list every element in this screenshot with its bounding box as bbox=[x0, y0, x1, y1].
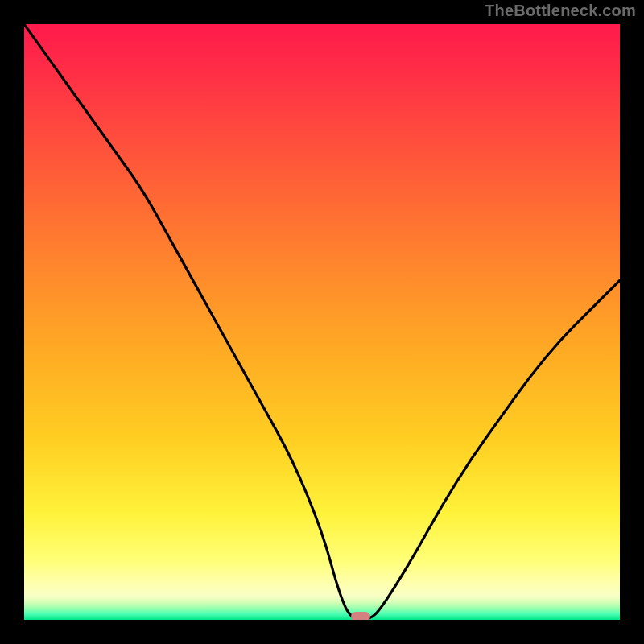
chart-frame: TheBottleneck.com bbox=[0, 0, 644, 644]
optimal-marker bbox=[351, 612, 370, 620]
bottleneck-curve bbox=[24, 24, 620, 620]
watermark-text: TheBottleneck.com bbox=[485, 2, 636, 20]
curve-svg bbox=[24, 24, 620, 620]
plot-area bbox=[24, 24, 620, 620]
